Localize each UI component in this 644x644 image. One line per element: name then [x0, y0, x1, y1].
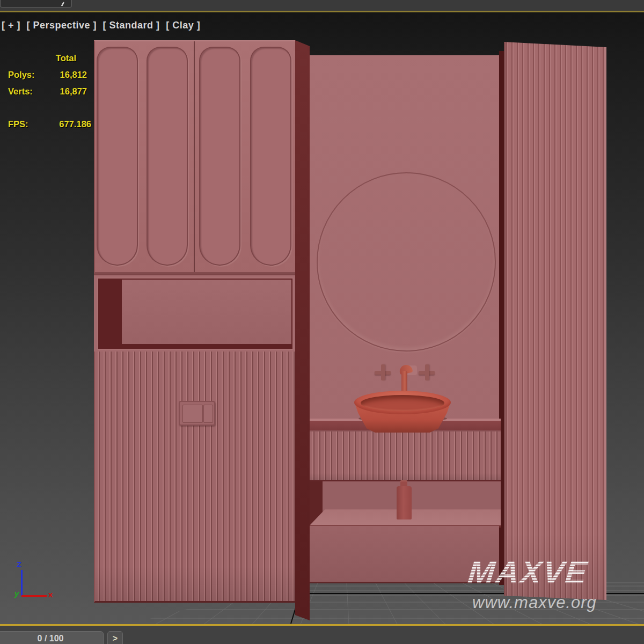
flush-plate[interactable]: [179, 401, 215, 426]
cabinet-niche-section[interactable]: [94, 274, 295, 352]
door-panel: [147, 47, 188, 266]
top-toolbar: [0, 0, 644, 11]
bottle[interactable]: [397, 486, 412, 519]
faucet-handle-left[interactable]: [375, 364, 391, 380]
door-split-line: [194, 41, 195, 272]
lower-fluted-cabinet[interactable]: [94, 352, 295, 603]
toolbar-widget[interactable]: [0, 0, 72, 8]
viewport-menu-shading[interactable]: [ Clay ]: [166, 20, 200, 31]
vanity-open-shelf[interactable]: [310, 480, 501, 526]
round-mirror[interactable]: [317, 172, 496, 352]
niche-opening: [98, 279, 292, 349]
vanity-fluted-drawer[interactable]: [310, 430, 501, 480]
viewport-menu-general[interactable]: [ + ]: [2, 20, 20, 31]
niche-back-panel: [122, 280, 291, 344]
pen-icon: [57, 0, 65, 6]
x-axis-label: x: [48, 590, 53, 599]
viewport-menu-style[interactable]: [ Standard ]: [103, 20, 160, 31]
flush-button-small[interactable]: [203, 405, 213, 423]
stats-total-header: Total: [38, 53, 76, 63]
perspective-viewport-canvas[interactable]: MAXVE www.maxve.org [ + ] [ Perspective …: [0, 12, 644, 624]
time-slider[interactable]: 0 / 100: [0, 631, 104, 644]
handle-arm: [381, 364, 385, 380]
stats-verts-value: 16,877: [38, 86, 87, 97]
faucet-pipe[interactable]: [401, 371, 407, 393]
vessel-sink-bowl[interactable]: [354, 391, 451, 434]
stats-verts-label: Verts:: [8, 86, 33, 97]
stats-polys-label: Polys:: [8, 70, 35, 80]
track-bar: 0 / 100 >: [0, 626, 644, 644]
viewport-label: [ + ] [ Perspective ] [ Standard ] [ Cla…: [2, 20, 203, 31]
next-frame-button[interactable]: >: [107, 631, 123, 644]
door-panel: [250, 47, 291, 266]
stats-polys-value: 16,812: [38, 70, 87, 80]
flush-button-large[interactable]: [182, 405, 203, 423]
door-panel: [97, 47, 138, 266]
stats-fps-label: FPS:: [8, 119, 28, 129]
y-axis-label: y: [14, 589, 19, 598]
right-tall-fluted-cabinet[interactable]: [504, 42, 606, 600]
faucet-handle-right[interactable]: [419, 364, 435, 380]
z-axis-label: Z: [17, 560, 21, 569]
z-axis-line: [21, 570, 23, 596]
stats-fps-value: 677.186: [38, 119, 91, 129]
cabinet-side-face: [295, 40, 310, 620]
upper-cabinet-doors[interactable]: [94, 40, 295, 274]
sink-basin: [361, 395, 444, 411]
watermark-brand: MAXVE: [466, 557, 590, 589]
watermark-url: www.maxve.org: [472, 593, 597, 612]
max-viewport-screen: MAXVE www.maxve.org [ + ] [ Perspective …: [0, 0, 644, 644]
viewport-menu-pov[interactable]: [ Perspective ]: [27, 20, 97, 31]
x-axis-line: [21, 595, 47, 597]
door-panel: [199, 47, 240, 266]
handle-arm: [425, 364, 429, 380]
